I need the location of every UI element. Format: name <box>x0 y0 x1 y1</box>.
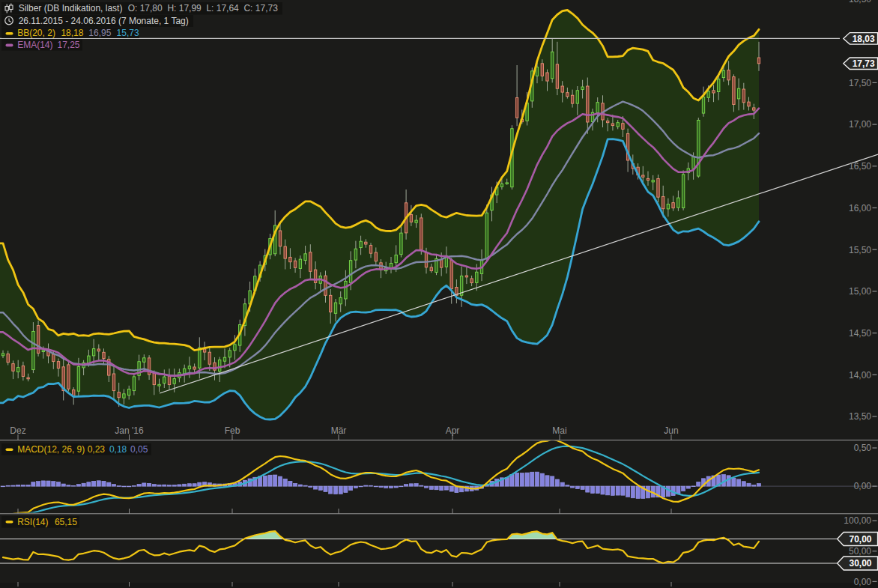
svg-text:15,00: 15,00 <box>849 286 871 297</box>
svg-text:14,50: 14,50 <box>849 328 871 339</box>
svg-text:Jan '16: Jan '16 <box>115 425 144 436</box>
svg-text:65,15: 65,15 <box>55 517 77 527</box>
svg-text:Mai: Mai <box>552 425 566 436</box>
svg-text:Jun: Jun <box>664 425 678 436</box>
svg-text:70,00: 70,00 <box>849 534 871 545</box>
svg-text:0,00: 0,00 <box>854 481 872 491</box>
svg-text:100,00: 100,00 <box>844 515 871 526</box>
svg-text:14,00: 14,00 <box>849 370 871 381</box>
svg-text:16,50: 16,50 <box>849 161 871 172</box>
svg-text:17,73: 17,73 <box>853 58 875 69</box>
svg-text:15,50: 15,50 <box>849 245 871 255</box>
svg-text:18,03: 18,03 <box>853 34 875 44</box>
svg-text:16,95: 16,95 <box>88 28 111 38</box>
svg-text:50,00: 50,00 <box>849 546 871 557</box>
svg-text:30,00: 30,00 <box>849 558 871 569</box>
svg-text:0,23: 0,23 <box>88 444 106 455</box>
svg-text:Feb: Feb <box>225 425 240 436</box>
svg-text:26.11.2015 - 24.06.2016 (7 Mon: 26.11.2015 - 24.06.2016 (7 Monate, 1 Tag… <box>19 16 189 26</box>
svg-text:15,73: 15,73 <box>117 28 139 38</box>
svg-text:EMA(14): EMA(14) <box>17 40 52 50</box>
svg-text:0,50: 0,50 <box>854 443 872 453</box>
svg-text:0,05: 0,05 <box>130 444 148 455</box>
svg-text:0,18: 0,18 <box>109 444 127 455</box>
svg-text:Apr: Apr <box>446 425 460 436</box>
svg-text:13,50: 13,50 <box>849 411 871 422</box>
svg-text:Dez: Dez <box>10 425 25 436</box>
svg-text:BB(20, 2): BB(20, 2) <box>17 28 55 38</box>
svg-text:Mär: Mär <box>331 425 347 436</box>
svg-text:17,50: 17,50 <box>849 78 871 88</box>
svg-text:17,25: 17,25 <box>58 40 80 50</box>
svg-text:Silber (DB Indikation, last): Silber (DB Indikation, last) <box>19 3 123 13</box>
svg-text:0,00: 0,00 <box>854 577 872 587</box>
svg-text:MACD(12, 26, 9): MACD(12, 26, 9) <box>17 444 85 455</box>
svg-text:16,00: 16,00 <box>849 203 871 213</box>
svg-text:18,50: 18,50 <box>849 0 871 4</box>
svg-text:17,00: 17,00 <box>849 119 871 130</box>
svg-text:O: 17,80 H: 17,99 L: 17,64: O: 17,80 H: 17,99 L: 17,64 C: 17,73 <box>128 3 278 13</box>
svg-text:18,18: 18,18 <box>61 28 83 38</box>
svg-text:RSI(14): RSI(14) <box>17 517 48 527</box>
